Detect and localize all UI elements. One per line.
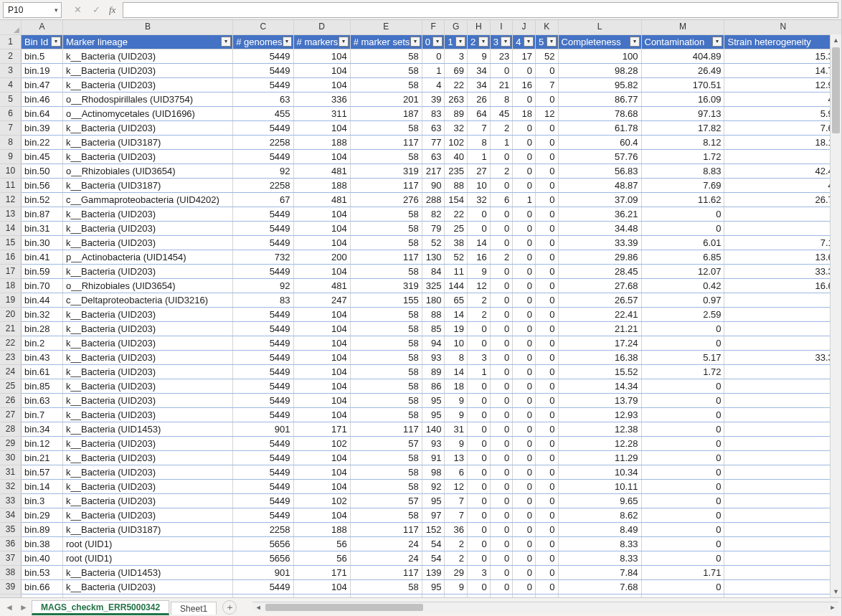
cell[interactable]: k__Bacteria (UID203) xyxy=(63,465,233,479)
cell[interactable]: 12.07 xyxy=(641,264,724,278)
cell[interactable]: 0 xyxy=(513,565,536,579)
cell[interactable]: 11.29 xyxy=(558,450,641,465)
cell[interactable]: 8.83 xyxy=(641,164,724,178)
cell[interactable]: 104 xyxy=(293,393,350,407)
cell[interactable]: 0 xyxy=(513,293,536,307)
row-header[interactable]: 33 xyxy=(0,493,22,508)
cell[interactable]: 0 xyxy=(724,450,841,465)
cell[interactable]: k__Bacteria (UID203) xyxy=(63,436,233,450)
cell[interactable]: 7 xyxy=(445,508,468,522)
cell[interactable]: 3 xyxy=(445,49,468,63)
cell[interactable]: 84 xyxy=(422,264,445,278)
cell[interactable]: 17 xyxy=(513,49,536,63)
cell[interactable]: 336 xyxy=(293,92,350,106)
cell[interactable]: 18 xyxy=(445,379,468,393)
cell[interactable]: 88 xyxy=(422,307,445,321)
cell[interactable]: 0 xyxy=(641,479,724,493)
cell[interactable]: k__Bacteria (UID203) xyxy=(63,379,233,393)
cell[interactable]: 0 xyxy=(468,493,491,508)
cell[interactable]: 0 xyxy=(641,450,724,465)
cell[interactable]: 1.71 xyxy=(641,565,724,579)
cell[interactable]: 92 xyxy=(233,278,293,293)
cell[interactable]: 5449 xyxy=(233,436,293,450)
cell[interactable]: 104 xyxy=(293,364,350,379)
cell[interactable]: k__Bacteria (UID203) xyxy=(63,77,233,92)
cell[interactable]: 311 xyxy=(293,106,350,120)
cell[interactable]: 61.78 xyxy=(558,120,641,135)
cell[interactable]: 2258 xyxy=(233,135,293,149)
cell[interactable]: 57.76 xyxy=(558,149,641,164)
cell[interactable]: 57 xyxy=(350,493,422,508)
cell[interactable]: k__Bacteria (UID3187) xyxy=(63,178,233,192)
name-box[interactable]: P10 xyxy=(3,2,62,18)
cell[interactable]: 104 xyxy=(293,321,350,336)
cell[interactable]: 58 xyxy=(350,393,422,407)
cell[interactable]: 0 xyxy=(535,307,558,321)
cell[interactable]: 2.59 xyxy=(641,307,724,321)
row-header[interactable]: 26 xyxy=(0,393,22,407)
cell[interactable]: 34 xyxy=(468,77,491,92)
cell[interactable]: 15.33 xyxy=(724,49,841,63)
cell[interactable]: 2 xyxy=(445,551,468,565)
row-header[interactable]: 3 xyxy=(0,63,22,77)
cell[interactable]: 0 xyxy=(468,579,491,594)
cell[interactable]: 0 xyxy=(513,278,536,293)
cell[interactable]: bin.12 xyxy=(22,436,63,450)
cell[interactable]: 0 xyxy=(468,207,491,221)
cell[interactable]: 104 xyxy=(293,594,350,597)
cell[interactable]: 104 xyxy=(293,49,350,63)
cell[interactable]: 0 xyxy=(724,436,841,450)
cell[interactable]: 0 xyxy=(513,479,536,493)
cell[interactable]: 0 xyxy=(490,149,513,164)
table-column-header[interactable]: Completeness xyxy=(558,34,641,49)
column-header[interactable]: F xyxy=(422,20,445,34)
cell[interactable]: 0 xyxy=(513,264,536,278)
cell[interactable]: 0 xyxy=(724,321,841,336)
cell[interactable]: 0 xyxy=(490,393,513,407)
column-header[interactable]: G xyxy=(445,20,468,34)
cell[interactable]: bin.39 xyxy=(22,120,63,135)
cell[interactable]: 0 xyxy=(513,364,536,379)
cell[interactable]: 56 xyxy=(293,551,350,565)
cell[interactable]: 2 xyxy=(490,120,513,135)
cell[interactable]: 102 xyxy=(293,493,350,508)
cell[interactable]: 0 xyxy=(535,422,558,436)
cell[interactable]: 0 xyxy=(535,493,558,508)
cell[interactable]: 17.24 xyxy=(558,336,641,350)
cell[interactable]: 455 xyxy=(233,106,293,120)
cell[interactable]: 0 xyxy=(490,278,513,293)
cell[interactable]: 95 xyxy=(422,393,445,407)
cell[interactable]: bin.38 xyxy=(22,536,63,551)
table-column-header[interactable]: 1 xyxy=(445,34,468,49)
cell[interactable]: 23 xyxy=(490,49,513,63)
cell[interactable]: 0 xyxy=(535,221,558,235)
cell[interactable]: 0 xyxy=(535,579,558,594)
cell[interactable]: k__Bacteria (UID203) xyxy=(63,321,233,336)
cell[interactable]: 5449 xyxy=(233,594,293,597)
cell[interactable]: 27.68 xyxy=(558,278,641,293)
cell[interactable]: 102 xyxy=(293,436,350,450)
cell[interactable]: 32 xyxy=(445,120,468,135)
cell[interactable]: 0 xyxy=(641,536,724,551)
cell[interactable]: 86.77 xyxy=(558,92,641,106)
cell[interactable]: 5656 xyxy=(233,551,293,565)
cell[interactable]: 0 xyxy=(490,321,513,336)
cell[interactable]: 12.93 xyxy=(558,407,641,422)
cell[interactable]: 8.33 xyxy=(558,536,641,551)
row-header[interactable]: 13 xyxy=(0,207,22,221)
cell[interactable]: 0 xyxy=(535,250,558,264)
cell[interactable]: 14.71 xyxy=(724,63,841,77)
cell[interactable]: 0 xyxy=(724,536,841,551)
cell[interactable]: 54 xyxy=(422,551,445,565)
row-header[interactable]: 9 xyxy=(0,149,22,164)
cell[interactable]: 0 xyxy=(641,493,724,508)
cell[interactable]: 0 xyxy=(513,536,536,551)
row-header[interactable]: 29 xyxy=(0,436,22,450)
cell[interactable]: 0 xyxy=(513,350,536,364)
cell[interactable]: 0 xyxy=(513,450,536,465)
cell[interactable]: 0 xyxy=(513,207,536,221)
cell[interactable]: 104 xyxy=(293,207,350,221)
cell[interactable]: 0 xyxy=(535,321,558,336)
cell[interactable]: 0 xyxy=(535,536,558,551)
cell[interactable]: 0 xyxy=(490,178,513,192)
